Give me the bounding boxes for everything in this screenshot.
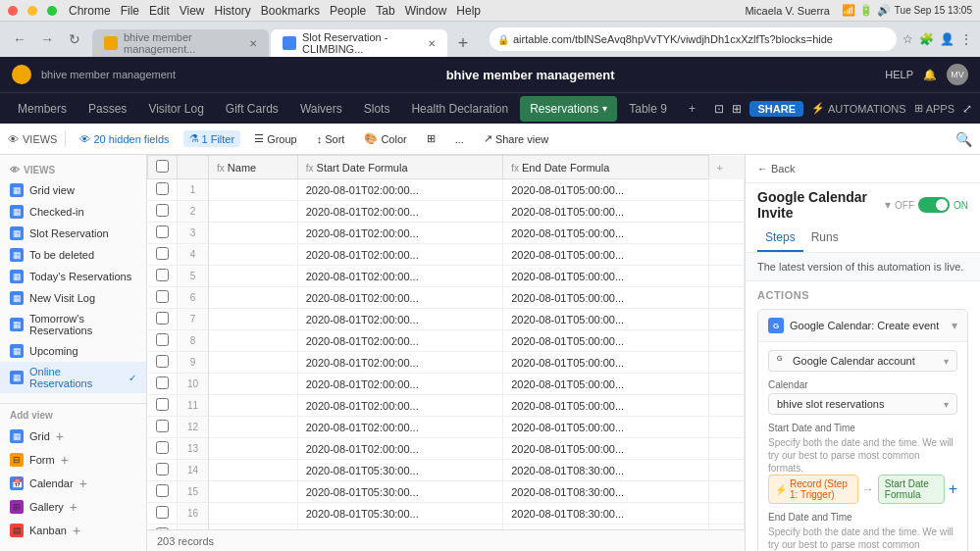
menu-icon[interactable]: ⋮ <box>960 32 972 46</box>
hidden-fields-button[interactable]: 👁 20 hidden fields <box>74 131 175 147</box>
row-checkbox-cell[interactable] <box>148 201 178 223</box>
nav-add-table[interactable]: + <box>679 96 705 122</box>
row-start-date[interactable]: 2020-08-01T02:00:00... <box>297 352 502 374</box>
action-card-header[interactable]: G Google Calendar: Create event ▾ <box>758 310 967 341</box>
tab-bhive[interactable]: bhive member management... ✕ <box>92 29 269 57</box>
table-icon-button[interactable]: ⊞ <box>421 130 441 147</box>
col-checkbox[interactable] <box>148 156 178 179</box>
mac-window-menu[interactable]: Window <box>405 4 447 18</box>
row-name[interactable] <box>209 266 298 287</box>
bell-icon[interactable]: 🔔 <box>923 69 937 81</box>
address-bar[interactable]: 🔒 airtable.com/tblNSeAvq8hpVvTYK/viwdjhD… <box>490 27 897 51</box>
apps-button[interactable]: ⊞ APPS <box>914 102 954 115</box>
row-start-date[interactable]: 2020-08-01T02:00:00... <box>297 201 502 223</box>
row-start-date[interactable]: 2020-08-01T02:00:00... <box>297 179 502 201</box>
sidebar-item-online-reservations[interactable]: ▦ Online Reservations ✓ <box>0 362 146 393</box>
nav-slots[interactable]: Slots <box>354 96 400 122</box>
fullscreen-icon[interactable]: ⤢ <box>962 102 972 116</box>
mac-people-menu[interactable]: People <box>330 4 366 18</box>
search-nav-icon[interactable]: ⊡ <box>714 102 724 116</box>
col-add[interactable]: + <box>708 156 744 179</box>
sidebar-item-upcoming[interactable]: ▦ Upcoming <box>0 340 146 362</box>
nav-reservations[interactable]: Reservations ▾ <box>520 96 617 122</box>
nav-members[interactable]: Members <box>8 96 77 122</box>
row-checkbox-cell[interactable] <box>148 266 178 287</box>
row-checkbox[interactable] <box>156 269 169 281</box>
start-trigger-pill[interactable]: ⚡ Record (Step 1: Trigger) <box>768 475 858 504</box>
row-name[interactable] <box>209 179 298 201</box>
row-checkbox[interactable] <box>156 225 169 238</box>
row-start-date[interactable]: 2020-08-01T02:00:00... <box>297 395 502 417</box>
row-start-date[interactable]: 2020-08-01T02:00:00... <box>297 438 502 460</box>
tab-slot-close[interactable]: ✕ <box>428 38 436 49</box>
row-checkbox-cell[interactable] <box>148 438 178 460</box>
row-name[interactable] <box>209 374 298 395</box>
row-checkbox[interactable] <box>156 463 169 476</box>
sidebar-item-to-be-deleted[interactable]: ▦ To be deleted <box>0 244 146 266</box>
close-dot[interactable] <box>8 6 18 16</box>
row-checkbox[interactable] <box>156 484 169 497</box>
add-grid-view[interactable]: ▦ Grid + <box>10 425 136 448</box>
star-icon[interactable]: ☆ <box>903 32 913 46</box>
row-checkbox-cell[interactable] <box>148 395 178 417</box>
automations-button[interactable]: ⚡ AUTOMATIONS <box>811 102 906 115</box>
row-checkbox-cell[interactable] <box>148 223 178 244</box>
row-name[interactable] <box>209 352 298 374</box>
select-all-checkbox[interactable] <box>156 160 169 173</box>
row-checkbox-cell[interactable] <box>148 179 178 201</box>
sidebar-item-todays-reservations[interactable]: ▦ Today's Reservations <box>0 266 146 287</box>
row-checkbox-cell[interactable] <box>148 417 178 438</box>
sidebar-item-grid[interactable]: ▦ Grid view <box>0 179 146 201</box>
row-name[interactable] <box>209 223 298 244</box>
row-end-date[interactable]: 2020-08-01T05:00:00... <box>503 352 708 374</box>
row-checkbox[interactable] <box>156 420 169 432</box>
table-wrap[interactable]: fx Name fx Start Date Formula fx End Dat… <box>147 155 745 529</box>
row-checkbox[interactable] <box>156 312 169 325</box>
sort-button[interactable]: ↕ Sort <box>311 131 351 147</box>
calendar-value[interactable]: bhive slot reservations ▾ <box>768 393 957 415</box>
row-checkbox-cell[interactable] <box>148 481 178 503</box>
row-checkbox[interactable] <box>156 290 169 303</box>
sidebar-item-tomorrows[interactable]: ▦ Tomorrow's Reservations <box>0 309 146 340</box>
row-checkbox-cell[interactable] <box>148 287 178 309</box>
row-name[interactable] <box>209 481 298 503</box>
more-button[interactable]: ... <box>449 131 470 147</box>
mac-view-menu[interactable]: View <box>180 4 205 18</box>
row-end-date[interactable]: 2020-08-01T05:00:00... <box>503 244 708 266</box>
row-name[interactable] <box>209 503 298 525</box>
row-name[interactable] <box>209 460 298 481</box>
mac-help-menu[interactable]: Help <box>456 4 481 18</box>
row-end-date[interactable]: 2020-08-01T05:00:00... <box>503 417 708 438</box>
tab-slot[interactable]: Slot Reservation - CLIMBING... ✕ <box>271 29 447 57</box>
notification-icon[interactable]: ⊞ <box>732 102 742 116</box>
row-start-date[interactable]: 2020-08-01T02:00:00... <box>297 309 502 330</box>
row-start-date[interactable]: 2020-08-01T05:30:00... <box>297 481 502 503</box>
row-start-date[interactable]: 2020-08-01T02:00:00... <box>297 330 502 352</box>
sidebar-item-slot-reservation[interactable]: ▦ Slot Reservation <box>0 223 146 244</box>
row-end-date[interactable]: 2020-08-01T05:00:00... <box>503 201 708 223</box>
nav-passes[interactable]: Passes <box>78 96 136 122</box>
row-start-date[interactable]: 2020-08-01T02:00:00... <box>297 417 502 438</box>
row-checkbox[interactable] <box>156 204 169 217</box>
row-name[interactable] <box>209 287 298 309</box>
row-checkbox[interactable] <box>156 376 169 389</box>
row-checkbox-cell[interactable] <box>148 244 178 266</box>
help-button[interactable]: HELP <box>885 69 913 80</box>
row-name[interactable] <box>209 201 298 223</box>
row-checkbox[interactable] <box>156 506 169 519</box>
row-start-date[interactable]: 2020-08-01T02:00:00... <box>297 374 502 395</box>
row-start-date[interactable]: 2020-08-01T05:30:00... <box>297 503 502 525</box>
row-checkbox-cell[interactable] <box>148 309 178 330</box>
maximize-dot[interactable] <box>47 6 57 16</box>
panel-chevron-icon[interactable]: ▾ <box>885 198 891 212</box>
minimize-dot[interactable] <box>27 6 37 16</box>
row-name[interactable] <box>209 438 298 460</box>
row-start-date[interactable]: 2020-08-01T02:00:00... <box>297 266 502 287</box>
row-checkbox-cell[interactable] <box>148 503 178 525</box>
back-button[interactable]: ← Back <box>757 163 795 175</box>
tab-close[interactable]: ✕ <box>249 38 257 49</box>
mac-bookmarks-menu[interactable]: Bookmarks <box>261 4 320 18</box>
row-end-date[interactable]: 2020-08-01T08:30:00... <box>503 481 708 503</box>
tab-steps[interactable]: Steps <box>757 225 803 252</box>
search-button[interactable]: 🔍 <box>955 131 972 147</box>
